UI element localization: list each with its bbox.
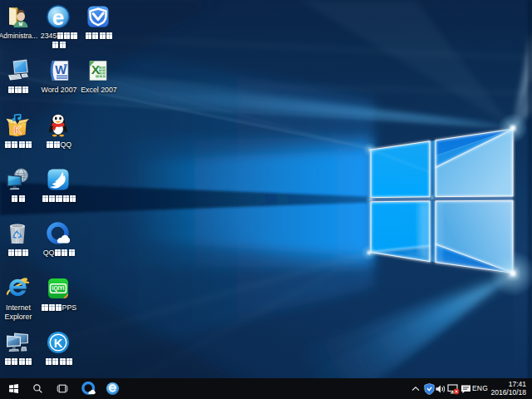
svg-text:K: K bbox=[14, 124, 22, 136]
svg-text:iQIYI: iQIYI bbox=[52, 285, 65, 292]
svg-text:e: e bbox=[52, 5, 64, 28]
svg-text:K: K bbox=[54, 337, 63, 350]
svg-text:X: X bbox=[91, 62, 101, 76]
